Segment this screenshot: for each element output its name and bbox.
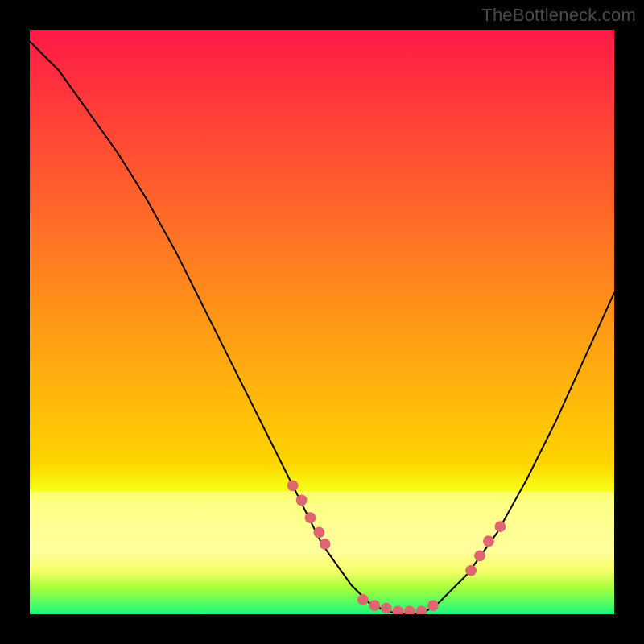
chart-svg bbox=[30, 30, 614, 614]
bottleneck-chart bbox=[30, 30, 614, 614]
chart-frame: TheBottleneck.com bbox=[0, 0, 644, 644]
curve-marker bbox=[483, 535, 494, 547]
curve-marker bbox=[465, 565, 477, 576]
curve-marker bbox=[381, 603, 392, 614]
curve-marker bbox=[287, 480, 299, 491]
curve-marker bbox=[357, 594, 369, 605]
curve-marker bbox=[296, 495, 308, 506]
watermark-text: TheBottleneck.com bbox=[481, 5, 636, 26]
curve-marker bbox=[320, 539, 331, 550]
curve-marker bbox=[427, 600, 439, 611]
curve-marker bbox=[369, 600, 380, 611]
curve-marker bbox=[305, 512, 316, 523]
curve-marker bbox=[495, 521, 506, 532]
curve-marker bbox=[474, 551, 485, 562]
curve-marker bbox=[313, 526, 324, 538]
